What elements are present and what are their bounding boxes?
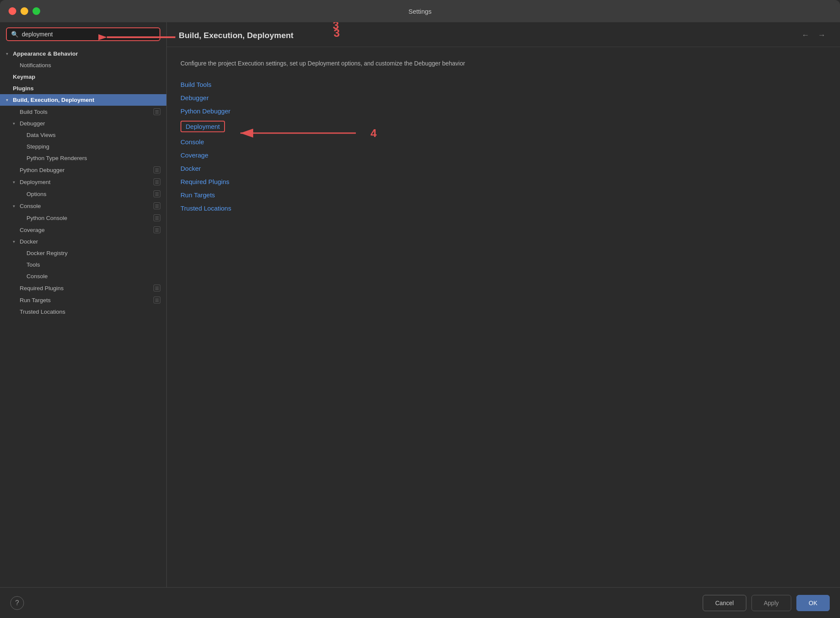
description-text: Configure the project Execution settings… [180, 59, 480, 68]
chevron-deployment: ▾ [13, 180, 20, 184]
db-icon-python-debugger [154, 166, 160, 173]
link-docker[interactable]: Docker [180, 165, 231, 172]
sidebar-item-python-debugger[interactable]: Python Debugger [0, 164, 166, 176]
sidebar-item-stepping[interactable]: Stepping [0, 141, 166, 152]
link-debugger[interactable]: Debugger [180, 94, 231, 101]
sidebar-item-python-type-renderers[interactable]: Python Type Renderers [0, 152, 166, 164]
db-icon-build-tools [154, 108, 160, 115]
arrow4-svg [232, 120, 369, 146]
minimize-button[interactable] [21, 7, 28, 15]
sidebar-label-run-targets: Run Targets [20, 297, 51, 303]
sidebar-item-notifications[interactable]: Notifications [0, 59, 166, 71]
link-run-targets[interactable]: Run Targets [180, 191, 231, 199]
chevron-appearance: ▾ [6, 51, 13, 56]
sidebar-item-docker-registry[interactable]: Docker Registry [0, 247, 166, 259]
links-list: Build Tools Debugger Python Debugger Dep… [180, 81, 231, 212]
nav-forward[interactable]: → [815, 30, 828, 41]
sidebar-item-options[interactable]: Options [0, 188, 166, 200]
content-title: Build, Execution, Deployment [179, 31, 293, 40]
sidebar-label-console: Console [20, 203, 41, 209]
sidebar-item-required-plugins[interactable]: Required Plugins [0, 282, 166, 294]
chevron-console: ▾ [13, 204, 20, 208]
db-icon-coverage [154, 226, 160, 233]
link-python-debugger[interactable]: Python Debugger [180, 107, 231, 115]
sidebar-item-coverage[interactable]: Coverage [0, 224, 166, 236]
db-icon-options [154, 190, 160, 197]
sidebar-item-deployment[interactable]: ▾ Deployment [0, 176, 166, 188]
sidebar-label-python-debugger: Python Debugger [20, 167, 65, 173]
nav-arrows: ← → [799, 30, 828, 41]
search-box: 🔍 [6, 27, 160, 41]
sidebar-item-python-console[interactable]: Python Console [0, 212, 166, 224]
sidebar-item-debugger[interactable]: ▾ Debugger [0, 118, 166, 129]
sidebar-label-notifications: Notifications [20, 62, 51, 68]
main-layout: 🔍 ▾ Appearance & Behavior Notifications [0, 22, 840, 587]
sidebar-item-build-exec-deploy[interactable]: ▾ Build, Execution, Deployment [0, 94, 166, 106]
sidebar-label-required-plugins: Required Plugins [20, 285, 64, 291]
sidebar-label-keymap: Keymap [13, 74, 35, 80]
nav-back[interactable]: ← [799, 30, 812, 41]
sidebar-label-data-views: Data Views [27, 132, 56, 138]
sidebar-item-run-targets[interactable]: Run Targets [0, 294, 166, 306]
db-icon-console [154, 202, 160, 209]
sidebar-item-build-tools[interactable]: Build Tools [0, 106, 166, 118]
sidebar-label-docker: Docker [20, 238, 38, 245]
sidebar-label-docker-console: Console [27, 273, 48, 279]
sidebar-tree: ▾ Appearance & Behavior Notifications Ke… [0, 46, 166, 587]
sidebar-label-python-type-renderers: Python Type Renderers [27, 155, 87, 161]
ok-button[interactable]: OK [796, 595, 830, 611]
step4-badge: 4 [370, 127, 376, 140]
titlebar: Settings [0, 0, 840, 22]
sidebar-label-debugger: Debugger [20, 120, 45, 127]
maximize-button[interactable] [33, 7, 40, 15]
content-area: 3 Build, Execution, Deployment ← → Confi… [167, 22, 840, 587]
sidebar-label-options: Options [27, 191, 47, 197]
db-icon-deployment [154, 178, 160, 185]
sidebar: 🔍 ▾ Appearance & Behavior Notifications [0, 22, 167, 587]
sidebar-label-python-console: Python Console [27, 215, 67, 221]
link-coverage[interactable]: Coverage [180, 152, 231, 159]
step3-badge: 3 [333, 22, 339, 32]
close-button[interactable] [9, 7, 16, 15]
sidebar-label-build-exec-deploy: Build, Execution, Deployment [13, 97, 95, 103]
bottom-bar: ? Cancel Apply OK [0, 587, 840, 618]
sidebar-item-docker[interactable]: ▾ Docker [0, 236, 166, 247]
db-icon-python-console [154, 214, 160, 221]
db-icon-run-targets [154, 297, 160, 303]
sidebar-item-docker-tools[interactable]: Tools [0, 259, 166, 270]
search-input[interactable] [22, 31, 155, 38]
cancel-button[interactable]: Cancel [703, 595, 746, 611]
help-button[interactable]: ? [10, 596, 24, 610]
chevron-build: ▾ [6, 98, 13, 102]
chevron-debugger: ▾ [13, 121, 20, 126]
sidebar-label-docker-registry: Docker Registry [27, 250, 68, 256]
link-build-tools[interactable]: Build Tools [180, 81, 231, 88]
search-area: 🔍 [0, 22, 166, 46]
content-body: Configure the project Execution settings… [167, 47, 840, 587]
sidebar-item-data-views[interactable]: Data Views [0, 129, 166, 141]
db-icon-required-plugins [154, 285, 160, 291]
link-deployment[interactable]: Deployment [180, 121, 225, 132]
sidebar-label-stepping: Stepping [27, 143, 49, 150]
sidebar-label-deployment: Deployment [20, 179, 50, 185]
sidebar-item-keymap[interactable]: Keymap [0, 71, 166, 83]
sidebar-label-trusted-locations: Trusted Locations [20, 309, 65, 315]
sidebar-label-build-tools: Build Tools [20, 109, 47, 115]
link-trusted-locations[interactable]: Trusted Locations [180, 205, 231, 212]
bottom-actions: Cancel Apply OK [703, 595, 830, 611]
sidebar-item-plugins[interactable]: Plugins [0, 83, 166, 94]
settings-window: Settings 🔍 ▾ Appearance & Behavior [0, 0, 840, 618]
sidebar-item-trusted-locations[interactable]: Trusted Locations [0, 306, 166, 318]
apply-button[interactable]: Apply [751, 595, 791, 611]
chevron-docker: ▾ [13, 239, 20, 244]
sidebar-label-docker-tools: Tools [27, 261, 40, 268]
window-title: Settings [408, 8, 432, 15]
link-console[interactable]: Console [180, 138, 231, 146]
sidebar-label-plugins: Plugins [13, 85, 34, 92]
sidebar-item-appearance[interactable]: ▾ Appearance & Behavior [0, 48, 166, 59]
sidebar-item-console[interactable]: ▾ Console [0, 200, 166, 212]
sidebar-item-docker-console[interactable]: Console [0, 270, 166, 282]
sidebar-label-coverage: Coverage [20, 227, 45, 233]
sidebar-label-appearance: Appearance & Behavior [13, 51, 78, 57]
link-required-plugins[interactable]: Required Plugins [180, 178, 231, 185]
